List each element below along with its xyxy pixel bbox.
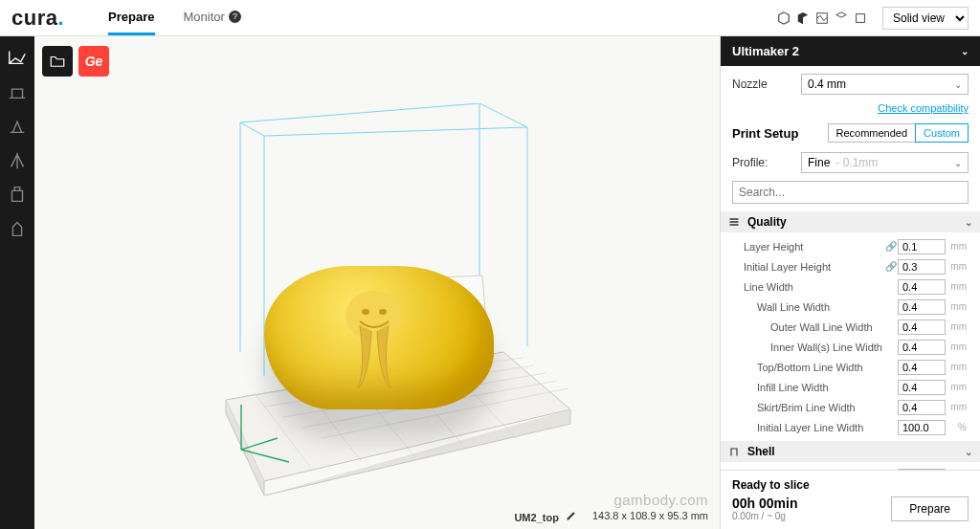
param-unit: mm: [946, 261, 969, 272]
prepare-button[interactable]: Prepare: [891, 496, 969, 521]
svg-rect-19: [730, 224, 739, 226]
param-value[interactable]: [898, 299, 946, 315]
param-label: Infill Line Width: [732, 382, 884, 393]
model-detail: [312, 283, 436, 398]
folder-icon: [49, 53, 66, 70]
header-right: Solid view: [777, 7, 969, 30]
stage-tabs: Prepare Monitor?: [108, 0, 241, 35]
shell-params: Wall ThicknessmmWall Line CountOuter Wal…: [732, 462, 969, 470]
tab-monitor[interactable]: Monitor?: [184, 0, 241, 35]
model-dimensions: 143.8 x 108.9 x 95.3 mm: [592, 510, 708, 523]
rail-scale-icon[interactable]: [7, 80, 28, 101]
profile-label: Profile:: [732, 156, 801, 169]
param-label: Initial Layer Height: [732, 261, 884, 273]
rail-rotate-icon[interactable]: [7, 115, 28, 136]
param-row: Layer Height🔗mm: [732, 236, 969, 256]
param-row: Outer Wall Line Widthmm: [732, 317, 969, 337]
param-row: Wall Line Widthmm: [732, 297, 969, 317]
param-value[interactable]: [898, 320, 946, 335]
view-icons: [777, 11, 867, 25]
open-file-button[interactable]: [42, 46, 73, 77]
param-label: Skirt/Brim Line Width: [732, 402, 884, 413]
param-row: Inner Wall(s) Line Widthmm: [732, 337, 969, 357]
link-icon[interactable]: 🔗: [884, 241, 898, 252]
param-unit: mm: [946, 402, 969, 412]
material-estimate: 0.00m / ~ 0g: [732, 511, 797, 521]
shell-icon: [728, 446, 740, 457]
view-mode-select[interactable]: Solid view: [882, 7, 969, 30]
param-unit: mm: [946, 301, 969, 312]
param-label: Top/Bottom Line Width: [732, 362, 884, 373]
rail-move-icon[interactable]: [7, 46, 28, 67]
param-value[interactable]: [898, 400, 946, 415]
param-value[interactable]: [898, 239, 946, 254]
param-row: Infill Line Widthmm: [732, 377, 969, 397]
param-label: Line Width: [732, 281, 884, 293]
tool-rail: [0, 36, 34, 529]
param-unit: mm: [946, 281, 969, 292]
param-unit: mm: [946, 342, 969, 352]
param-unit: mm: [946, 382, 969, 392]
param-label: Layer Height: [732, 241, 884, 253]
help-icon[interactable]: ?: [229, 11, 241, 23]
view-icon-2[interactable]: [796, 11, 810, 25]
section-shell[interactable]: Shell⌄: [721, 441, 980, 462]
settings-panel: Ultimaker 2⌄ Nozzle 0.4 mm⌄ Check compat…: [720, 36, 980, 529]
rail-mirror-icon[interactable]: [7, 149, 28, 170]
param-unit: mm: [946, 321, 969, 332]
nozzle-select[interactable]: 0.4 mm⌄: [801, 74, 969, 95]
param-unit: mm: [946, 362, 969, 372]
marketplace-button[interactable]: Ge: [78, 46, 109, 77]
tab-prepare[interactable]: Prepare: [108, 0, 154, 35]
mode-custom[interactable]: Custom: [915, 123, 969, 143]
param-label: Outer Wall Line Width: [732, 321, 884, 333]
param-row: Initial Layer Height🔗mm: [732, 256, 969, 276]
model-preview[interactable]: [255, 266, 503, 429]
param-row: Top/Bottom Line Widthmm: [732, 357, 969, 377]
param-value[interactable]: [898, 279, 946, 295]
check-compat-link[interactable]: Check compatibility: [732, 102, 969, 114]
svg-rect-1: [857, 13, 865, 22]
view-icon-4[interactable]: [835, 11, 848, 25]
param-label: Wall Line Width: [732, 301, 884, 313]
param-label: Inner Wall(s) Line Width: [732, 342, 884, 353]
link-icon[interactable]: 🔗: [884, 261, 898, 272]
setup-mode-toggle: Recommended Custom: [828, 123, 969, 143]
param-value[interactable]: [898, 380, 946, 395]
main-area: Ge ltim ker 2: [0, 36, 980, 529]
panel-footer: Ready to slice 00h 00min 0.00m / ~ 0g Pr…: [721, 470, 980, 529]
ready-label: Ready to slice: [732, 478, 969, 492]
mode-recommended[interactable]: Recommended: [828, 123, 916, 143]
param-row: Initial Layer Line Width%: [732, 417, 969, 437]
view-icon-1[interactable]: [777, 11, 791, 25]
param-row: Line Widthmm: [732, 276, 969, 297]
section-quality[interactable]: Quality⌄: [721, 211, 980, 232]
param-unit: %: [946, 422, 969, 432]
param-value[interactable]: [898, 420, 946, 435]
printer-selector[interactable]: Ultimaker 2⌄: [721, 36, 980, 66]
param-unit: mm: [946, 241, 969, 252]
svg-rect-17: [730, 218, 739, 220]
param-label: Initial Layer Line Width: [732, 422, 884, 433]
svg-point-14: [345, 291, 403, 341]
svg-point-15: [362, 309, 369, 315]
settings-search[interactable]: [732, 181, 969, 204]
svg-point-16: [379, 309, 387, 315]
view-icon-3[interactable]: [815, 11, 829, 25]
rail-persetting-icon[interactable]: [7, 184, 28, 205]
rail-support-icon[interactable]: [7, 218, 28, 239]
app-header: cura. Prepare Monitor? Solid view: [0, 0, 980, 36]
param-value[interactable]: [898, 340, 946, 355]
time-estimate: 00h 00min: [732, 496, 797, 511]
param-row: Skirt/Brim Line Widthmm: [732, 397, 969, 417]
app-logo: cura.: [11, 6, 64, 31]
profile-select[interactable]: Fine- 0.1mm⌄: [801, 152, 969, 173]
panel-body: Nozzle 0.4 mm⌄ Check compatibility Print…: [721, 66, 980, 470]
print-setup-title: Print Setup: [732, 126, 828, 141]
stage-toolbox: Ge: [42, 46, 109, 77]
quality-params: Layer Height🔗mmInitial Layer Height🔗mmLi…: [732, 232, 969, 441]
param-value[interactable]: [898, 259, 946, 275]
param-value[interactable]: [898, 360, 946, 375]
stage[interactable]: Ge ltim ker 2: [34, 36, 720, 529]
view-icon-5[interactable]: [854, 11, 867, 25]
